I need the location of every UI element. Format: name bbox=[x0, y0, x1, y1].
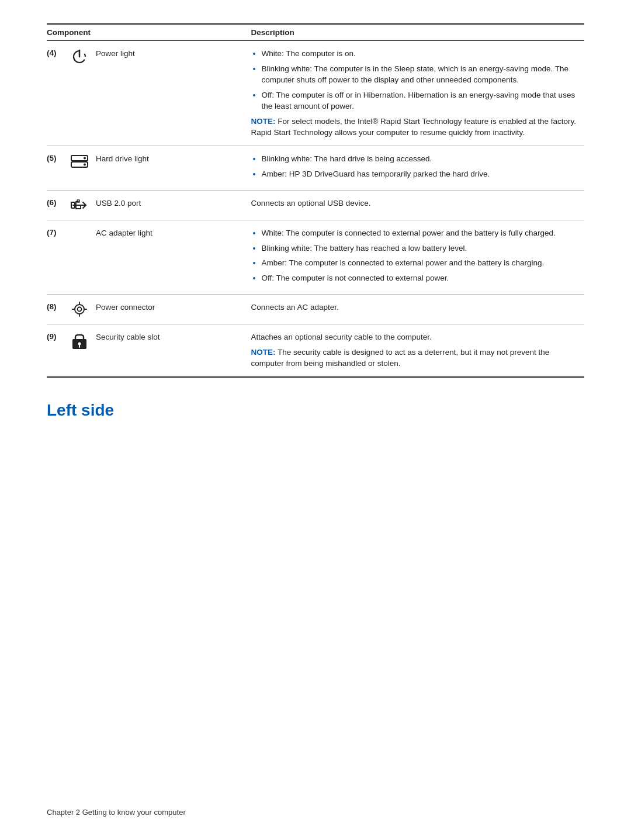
component-cell: (7)AC adapter light bbox=[47, 220, 251, 295]
component-name: Power connector bbox=[96, 302, 155, 312]
usb-icon bbox=[69, 198, 90, 213]
col-description-header: Description bbox=[251, 24, 584, 41]
description-cell: Attaches an optional security cable to t… bbox=[251, 324, 584, 377]
component-number: (8) bbox=[47, 302, 63, 311]
table-row: (4)Power lightWhite: The computer is on.… bbox=[47, 41, 584, 146]
power-connector-icon bbox=[69, 302, 90, 317]
description-cell: Connects an optional USB device. bbox=[251, 191, 584, 220]
footer-chapter: Chapter 2 Getting to know your computer bbox=[47, 808, 186, 817]
table-row: (5)Hard drive lightBlinking white: The h… bbox=[47, 146, 584, 190]
description-list: Blinking white: The hard drive is being … bbox=[251, 153, 578, 179]
table-row: (9)Security cable slotAttaches an option… bbox=[47, 324, 584, 377]
description-plain: Attaches an optional security cable to t… bbox=[251, 331, 578, 343]
component-cell: (4)Power light bbox=[47, 41, 251, 146]
table-row: (7)AC adapter lightWhite: The computer i… bbox=[47, 220, 584, 295]
component-name: Power light bbox=[96, 48, 135, 58]
description-plain: Connects an AC adapter. bbox=[251, 302, 578, 313]
list-item: Blinking white: The computer is in the S… bbox=[251, 63, 578, 86]
component-cell: (8)Power connector bbox=[47, 295, 251, 324]
description-cell: White: The computer is on.Blinking white… bbox=[251, 41, 584, 146]
component-cell: (9)Security cable slot bbox=[47, 324, 251, 377]
list-item: White: The computer is connected to exte… bbox=[251, 227, 578, 239]
list-item: Off: The computer is not connected to ex… bbox=[251, 272, 578, 284]
component-number: (4) bbox=[47, 48, 63, 57]
component-number: (9) bbox=[47, 331, 63, 341]
note-label: NOTE: bbox=[251, 348, 276, 357]
note-label: NOTE: bbox=[251, 117, 276, 126]
svg-point-4 bbox=[84, 157, 86, 159]
description-cell: Connects an AC adapter. bbox=[251, 295, 584, 324]
component-name: Hard drive light bbox=[96, 153, 149, 163]
component-name: AC adapter light bbox=[96, 227, 152, 237]
page-wrapper: Component Description (4)Power lightWhit… bbox=[47, 23, 584, 420]
description-list: White: The computer is connected to exte… bbox=[251, 227, 578, 284]
svg-point-9 bbox=[78, 307, 82, 312]
list-item: Blinking white: The hard drive is being … bbox=[251, 153, 578, 165]
description-list: White: The computer is on.Blinking white… bbox=[251, 48, 578, 112]
list-item: White: The computer is on. bbox=[251, 48, 578, 60]
svg-point-5 bbox=[84, 163, 86, 165]
list-item: Amber: The computer is connected to exte… bbox=[251, 257, 578, 269]
power-icon bbox=[69, 48, 90, 65]
component-name: Security cable slot bbox=[96, 331, 160, 341]
description-cell: White: The computer is connected to exte… bbox=[251, 220, 584, 295]
section-title: Left side bbox=[47, 401, 584, 420]
note-block: NOTE: The security cable is designed to … bbox=[251, 347, 578, 369]
list-item: Blinking white: The battery has reached … bbox=[251, 243, 578, 254]
col-component-header: Component bbox=[47, 24, 251, 41]
svg-rect-7 bbox=[77, 200, 79, 202]
components-table: Component Description (4)Power lightWhit… bbox=[47, 23, 584, 378]
component-number: (5) bbox=[47, 153, 63, 163]
svg-point-8 bbox=[75, 305, 84, 314]
table-row: (8)Power connectorConnects an AC adapter… bbox=[47, 295, 584, 324]
component-cell: (5)Hard drive light bbox=[47, 146, 251, 190]
list-item: Off: The computer is off or in Hibernati… bbox=[251, 89, 578, 112]
description-cell: Blinking white: The hard drive is being … bbox=[251, 146, 584, 190]
page-footer: Chapter 2 Getting to know your computer bbox=[47, 808, 584, 817]
component-number: (7) bbox=[47, 227, 63, 237]
component-number: (6) bbox=[47, 198, 63, 207]
hdd-icon bbox=[69, 153, 90, 170]
description-plain: Connects an optional USB device. bbox=[251, 198, 578, 209]
list-item: Amber: HP 3D DriveGuard has temporarily … bbox=[251, 168, 578, 180]
table-row: (6)USB 2.0 portConnects an optional USB … bbox=[47, 191, 584, 220]
component-name: USB 2.0 port bbox=[96, 198, 141, 208]
note-block: NOTE: For select models, the Intel® Rapi… bbox=[251, 116, 578, 139]
lock-icon bbox=[69, 331, 90, 350]
component-cell: (6)USB 2.0 port bbox=[47, 191, 251, 220]
